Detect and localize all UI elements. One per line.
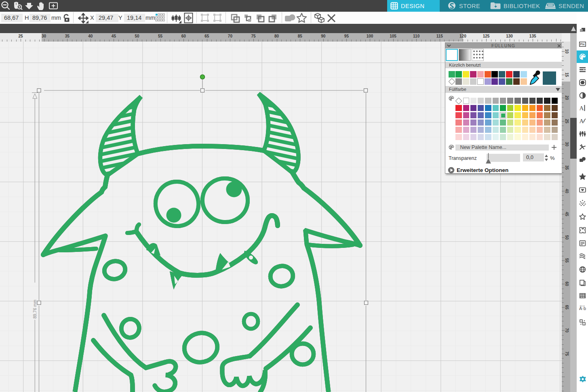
svg-text:A·b: A·b (579, 306, 586, 311)
svg-text:Pix: Pix (580, 43, 585, 46)
svg-text:A: A (579, 117, 584, 124)
svg-text:89,76 mm: 89,76 mm (32, 300, 37, 319)
svg-text:A: A (579, 105, 584, 111)
